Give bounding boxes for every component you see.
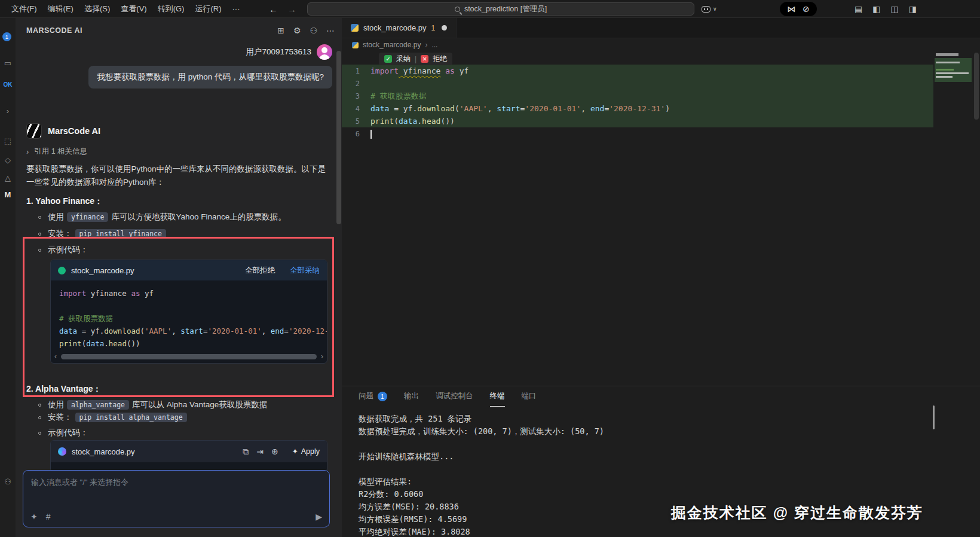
screencast-icon[interactable]: ⋈ xyxy=(787,4,795,14)
remote-icon[interactable]: △ xyxy=(0,173,16,182)
editor-scrollbar[interactable] xyxy=(973,51,980,386)
run-icon[interactable]: › xyxy=(0,106,16,115)
reference-toggle[interactable]: › 引用 1 相关信息 xyxy=(26,147,87,157)
marscode-chat-panel: MARSCODE AI ⊞ ⚙ ⚇ ⋯ 用户70091753613 我想要获取股… xyxy=(16,18,342,537)
toggle-secondary-sidebar-icon[interactable]: ◨ xyxy=(909,4,917,14)
toggle-sidebar-icon[interactable]: ◧ xyxy=(872,4,880,14)
panel-tab-2[interactable]: 调试控制台 xyxy=(436,386,473,407)
marscode-logo-icon xyxy=(26,123,42,139)
extensions-icon[interactable]: ⬚ xyxy=(0,136,16,145)
editor-code-line[interactable]: 5print(data.head()) xyxy=(342,115,933,127)
editor-code-line[interactable]: 6 xyxy=(342,127,933,140)
hash-icon[interactable]: # xyxy=(46,512,51,521)
user-name: 用户70091753613 xyxy=(246,47,311,57)
chat-input[interactable]: 输入消息或者 "/" 来选择指令 ✦ # ▶ xyxy=(23,470,330,527)
marscode-activity-icon[interactable]: M xyxy=(0,190,16,199)
panel-tab-1[interactable]: 输出 xyxy=(404,386,419,407)
scroll-left-icon[interactable]: ‹ xyxy=(54,352,57,361)
accept-all-button[interactable]: 全部采纳 xyxy=(290,266,320,276)
bullet-install-alpha-vantage: 安装：pip install alpha_vantage xyxy=(38,412,330,423)
reject-all-button[interactable]: 全部拒绝 xyxy=(245,266,275,276)
code-editor[interactable]: ✓ 采纳 | ✕ 拒绝 1import yfinance as yf2 3# 获… xyxy=(342,51,980,386)
bullet-marker xyxy=(38,249,41,252)
menu-item-4[interactable]: 转到(G) xyxy=(152,0,190,18)
copilot-menu[interactable]: ∨ xyxy=(702,0,717,18)
bullet-marker xyxy=(38,216,41,219)
new-chat-icon[interactable]: ⊞ xyxy=(277,26,284,35)
back-icon[interactable]: ← xyxy=(269,4,278,14)
forward-icon[interactable]: → xyxy=(287,4,296,14)
list-heading-yahoo-finance: 1. Yahoo Finance： xyxy=(26,196,103,207)
panel-tab-label: 端口 xyxy=(522,391,537,401)
line-content xyxy=(370,129,372,139)
scroll-right-icon[interactable]: › xyxy=(321,352,323,361)
accept-button[interactable]: 采纳 xyxy=(396,54,411,64)
reference-label: 引用 1 相关信息 xyxy=(34,147,87,157)
bullet-example-code-2: 示例代码： xyxy=(38,428,330,438)
editor-code-line[interactable]: 2 xyxy=(342,77,933,90)
more-icon[interactable]: ⋯ xyxy=(326,26,335,35)
text-cursor xyxy=(370,130,372,139)
command-center-search[interactable]: stock_prediction [管理员] xyxy=(307,2,694,16)
copy-icon[interactable]: ⧉ xyxy=(243,447,249,457)
menu-item-6[interactable]: ··· xyxy=(226,0,245,18)
editor-code-line[interactable]: 4data = yf.download('AAPL', start='2020-… xyxy=(342,102,933,115)
inline-code-pip-install-alpha-vantage: pip install alpha_vantage xyxy=(75,413,187,422)
editor-code: 1import yfinance as yf2 3# 获取股票数据4data =… xyxy=(342,65,933,140)
code-line: import yfinance as yf xyxy=(59,287,318,300)
menu-item-5[interactable]: 运行(R) xyxy=(189,0,226,18)
line-number: 2 xyxy=(342,80,370,88)
account-activity-icon[interactable]: ⚇ xyxy=(0,477,16,486)
code-line: print(data.head()) xyxy=(59,337,318,350)
panel-tab-3[interactable]: 终端 xyxy=(490,386,505,407)
panel-tab-label: 输出 xyxy=(404,391,419,401)
scrollbar-thumb[interactable] xyxy=(61,354,317,359)
breadcrumb[interactable]: stock_marcode.py › ... xyxy=(342,38,980,51)
unsaved-dot-icon[interactable] xyxy=(442,25,447,30)
insert-new-file-icon[interactable]: ⊕ xyxy=(271,447,278,457)
breadcrumb-file: stock_marcode.py xyxy=(363,41,421,49)
settings-icon[interactable]: ⚙ xyxy=(293,26,301,35)
chat-scrollbar[interactable] xyxy=(336,51,341,224)
code-line: data = yf.download('AAPL', start='2020-0… xyxy=(59,325,318,337)
panel-title: MARSCODE AI xyxy=(26,26,82,35)
editor-code-line[interactable]: 1import yfinance as yf xyxy=(342,65,933,77)
apply-button[interactable]: ✦ Apply xyxy=(292,447,320,456)
customize-layout-icon[interactable]: ▤ xyxy=(855,4,862,14)
reject-button[interactable]: 拒绝 xyxy=(433,54,447,64)
explorer-icon[interactable]: ▭ xyxy=(0,59,16,68)
menu-bar: 文件(F)编辑(E)选择(S)查看(V)转到(G)运行(R)··· xyxy=(6,0,245,18)
horizontal-scrollbar[interactable]: ‹ › xyxy=(51,352,327,363)
reject-x-icon: ✕ xyxy=(421,55,428,63)
menu-item-2[interactable]: 选择(S) xyxy=(79,0,115,18)
chat-code-card-1: stock_marcode.py 全部拒绝 全部采纳 import yfinan… xyxy=(50,260,327,364)
accept-check-icon: ✓ xyxy=(384,55,392,63)
menu-item-0[interactable]: 文件(F) xyxy=(6,0,42,18)
test-icon[interactable]: ◇ xyxy=(0,155,16,164)
scrollbar-thumb[interactable] xyxy=(974,53,979,120)
screencast-pill: ⋈ ⊘ xyxy=(780,2,817,16)
line-number: 4 xyxy=(342,105,370,113)
line-number: 1 xyxy=(342,67,370,75)
minimap[interactable] xyxy=(935,51,972,82)
editor-code-line[interactable]: 3# 获取股票数据 xyxy=(342,90,933,102)
bullet-yfinance-desc: 使用yfinance库可以方便地获取Yahoo Finance上的股票数据。 xyxy=(38,212,330,222)
editor-tab-bar: stock_marcode.py 1 xyxy=(342,18,980,38)
bullet-marker xyxy=(38,233,41,236)
do-not-disturb-icon[interactable]: ⊘ xyxy=(803,4,810,14)
panel-tab-4[interactable]: 端口 xyxy=(522,386,537,407)
skills-icon[interactable]: ✦ xyxy=(30,512,38,521)
terminal-line: 平均绝对误差(MAE): 3.8028 xyxy=(359,526,926,537)
account-icon[interactable]: ⚇ xyxy=(310,26,317,35)
panel-tab-label: 问题 xyxy=(359,391,373,401)
line-number: 3 xyxy=(342,92,370,100)
menu-item-1[interactable]: 编辑(E) xyxy=(42,0,79,18)
insert-at-cursor-icon[interactable]: ⇥ xyxy=(256,447,264,457)
python-icon xyxy=(352,42,359,48)
panel-tab-0[interactable]: 问题1 xyxy=(359,386,387,407)
send-icon[interactable]: ▶ xyxy=(316,512,322,521)
terminal-scrollbar[interactable] xyxy=(933,405,935,429)
menu-item-3[interactable]: 查看(V) xyxy=(115,0,152,18)
tab-stock-marcode[interactable]: stock_marcode.py 1 xyxy=(342,18,457,38)
toggle-panel-icon[interactable]: ◫ xyxy=(891,4,899,14)
